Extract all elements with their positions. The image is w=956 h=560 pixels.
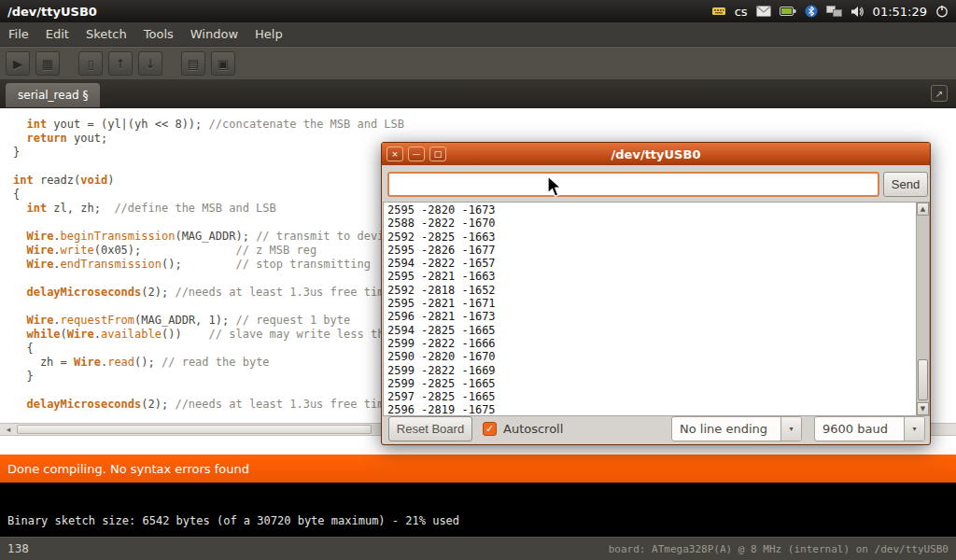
serial-line: 2592 -2825 -1663 (387, 231, 912, 244)
baud-rate-value: 9600 baud (815, 422, 904, 436)
menu-help[interactable]: Help (246, 23, 291, 45)
status-bar: Done compiling. No syntax errors found (0, 455, 956, 483)
menubar: FileEditSketchToolsWindowHelp (0, 22, 956, 47)
serial-line: 2594 -2822 -1657 (387, 257, 912, 270)
export-button[interactable]: ▣ (211, 51, 235, 76)
keyboard-indicator-icon[interactable] (711, 4, 726, 19)
board-info: board: ATmega328P(A) @ 8 MHz (internal) … (609, 543, 949, 555)
tab-bar: serial_read § ↗ (0, 79, 956, 107)
serial-line: 2599 -2822 -1666 (387, 337, 912, 350)
bluetooth-icon[interactable] (805, 5, 818, 18)
horizontal-scroll-thumb[interactable] (17, 425, 372, 434)
autoscroll-label: Autoscroll (503, 422, 563, 436)
baud-rate-select[interactable]: 9600 baud ▾ (814, 416, 925, 441)
serial-line: 2595 -2820 -1673 (387, 203, 912, 217)
volume-icon[interactable] (851, 6, 865, 18)
session-power-icon[interactable] (935, 5, 949, 18)
tab-menu-icon[interactable]: ↗ (931, 85, 948, 102)
line-ending-select[interactable]: No line ending ▾ (671, 416, 802, 441)
footer-bar: 138 board: ATmega328P(A) @ 8 MHz (intern… (0, 537, 956, 560)
send-button[interactable]: Send (883, 172, 928, 197)
serial-line: 2596 -2821 -1673 (387, 310, 912, 323)
code-line: int yout = (yl|(yh << 8)); //concatenate… (13, 118, 956, 132)
serial-monitor-window: /dev/ttyUSB0 × — □ Send 2595 -2820 -1673… (381, 142, 931, 445)
menu-sketch[interactable]: Sketch (77, 23, 135, 45)
chevron-down-icon[interactable]: ▾ (780, 417, 801, 441)
mail-icon[interactable] (756, 6, 771, 17)
window-title: /dev/ttyUSB0 (0, 5, 97, 19)
toolbar: ▶▦▯↑↓▤▣ (0, 47, 956, 79)
chevron-down-icon[interactable]: ▾ (904, 417, 924, 441)
system-tray: cs 01:51:29 (711, 4, 956, 19)
scroll-left-icon[interactable]: ◂ (2, 424, 15, 435)
serial-scrollbar[interactable]: ▲ ▼ (916, 202, 930, 416)
stop-button[interactable]: ▦ (35, 51, 60, 76)
menu-tools[interactable]: Tools (135, 23, 182, 45)
cursor-line-number: 138 (7, 542, 29, 555)
scroll-thumb[interactable] (918, 359, 928, 400)
line-ending-value: No line ending (672, 422, 780, 436)
verify-button[interactable]: ▶ (6, 51, 30, 76)
top-panel: /dev/ttyUSB0 cs 01:51:29 (0, 0, 956, 22)
save-sketch-button[interactable]: ↓ (138, 51, 162, 76)
maximize-icon[interactable]: □ (429, 147, 446, 161)
upload-button[interactable]: ▤ (181, 51, 205, 76)
serial-line: 2597 -2825 -1665 (387, 390, 912, 403)
serial-line: 2588 -2822 -1670 (387, 217, 912, 230)
serial-line: 2595 -2821 -1663 (387, 270, 912, 283)
open-sketch-button[interactable]: ↑ (108, 51, 133, 76)
battery-icon[interactable] (780, 6, 796, 17)
serial-line: 2595 -2821 -1671 (387, 297, 912, 310)
serial-line: 2592 -2818 -1652 (387, 284, 912, 297)
autoscroll-checkbox[interactable]: ✓ (483, 422, 497, 436)
serial-line: 2599 -2822 -1669 (387, 364, 912, 377)
build-console: Binary sketch size: 6542 bytes (of a 307… (0, 483, 956, 537)
tab-serial-read[interactable]: serial_read § (6, 83, 100, 107)
status-message: Done compiling. No syntax errors found (7, 462, 249, 476)
serial-line: 2590 -2820 -1670 (387, 350, 912, 363)
serial-monitor-title: /dev/ttyUSB0 (382, 147, 930, 161)
serial-line: 2595 -2826 -1677 (387, 244, 912, 257)
menu-window[interactable]: Window (182, 23, 246, 45)
serial-line: 2594 -2825 -1665 (387, 324, 912, 337)
keyboard-layout-indicator[interactable]: cs (735, 5, 748, 19)
scroll-up-icon[interactable]: ▲ (917, 203, 929, 216)
clock[interactable]: 01:51:29 (873, 5, 927, 19)
serial-send-input[interactable] (387, 172, 879, 197)
new-sketch-button[interactable]: ▯ (78, 51, 103, 76)
serial-monitor-titlebar[interactable]: /dev/ttyUSB0 × — □ (382, 143, 930, 165)
network-icon[interactable] (826, 6, 842, 18)
console-text: Binary sketch size: 6542 bytes (of a 307… (7, 514, 459, 527)
menu-file[interactable]: File (0, 23, 37, 45)
close-icon[interactable]: × (387, 147, 403, 161)
serial-line: 2599 -2825 -1665 (387, 377, 912, 390)
minimize-icon[interactable]: — (408, 147, 425, 161)
menu-edit[interactable]: Edit (37, 23, 77, 45)
reset-board-button[interactable]: Reset Board (388, 416, 472, 441)
serial-monitor-controls: Reset Board ✓ Autoscroll No line ending … (382, 413, 930, 444)
serial-output[interactable]: 2595 -2820 -16732588 -2822 -16702592 -28… (383, 202, 916, 416)
